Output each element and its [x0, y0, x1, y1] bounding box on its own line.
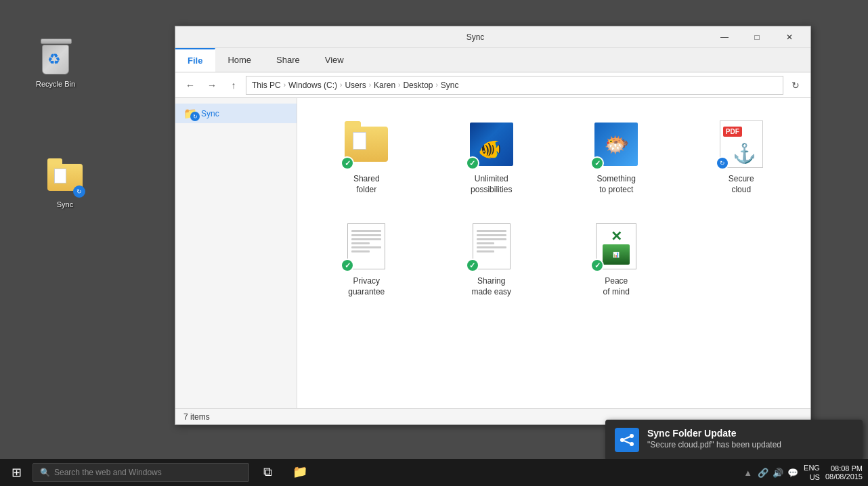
breadcrumb-sep-1: ›	[284, 81, 286, 89]
breadcrumb-drive: Windows (C:)	[288, 81, 337, 90]
taskbar-icons: 🔗 🔊 💬	[758, 468, 798, 478]
file-icon-unlimited: ✓	[464, 117, 519, 171]
list-item[interactable]: ✓ Sharingmade easy	[436, 214, 548, 303]
desktop: ♻ Recycle Bin ↻ Sync Sync — □ ✕	[0, 0, 868, 486]
nav-sync-label: Sync	[201, 109, 219, 118]
address-bar: ← → ↑ This PC › Windows (C:) › Users › K…	[175, 72, 810, 98]
main-area: 📁 ↻ Sync ✓ Sharedfolder	[175, 98, 810, 408]
taskbar-items: ⧉ 📁	[252, 459, 316, 486]
file-icon-excel: ✕ 📊 ✓	[589, 219, 643, 273]
nav-pane: 📁 ↻ Sync	[175, 98, 297, 408]
clock-time: 08:08 PM	[825, 464, 863, 472]
recycle-bin-icon[interactable]: ♻ Recycle Bin	[28, 39, 83, 91]
file-label: Securecloud	[729, 174, 754, 195]
file-icon-privacy: ✓	[339, 219, 393, 273]
notification-icon[interactable]: 💬	[787, 468, 798, 478]
breadcrumb-sep-3: ›	[369, 81, 371, 89]
item-count: 7 items	[183, 412, 210, 422]
ribbon: File Home Share View	[175, 48, 810, 72]
list-item[interactable]: PDF ⚓ ↻ Securecloud	[686, 112, 798, 200]
file-icon-sharing: ✓	[464, 219, 519, 273]
forward-button[interactable]: →	[202, 76, 221, 95]
breadcrumb-sep-4: ›	[398, 81, 400, 89]
list-item[interactable]: ✕ 📊 ✓ Peaceof mind	[561, 214, 672, 303]
taskbar: ⊞ 🔍 Search the web and Windows ⧉ 📁 ▲ 🔗 🔊…	[0, 459, 868, 486]
back-button[interactable]: ←	[181, 76, 200, 95]
clock-date: 08/08/2015	[825, 472, 863, 481]
taskbar-file-explorer[interactable]: 📁	[284, 459, 316, 486]
check-badge: ✓	[590, 156, 604, 170]
file-label: Sharedfolder	[353, 174, 380, 195]
toast-content: Sync Folder Update "Secure cloud.pdf" ha…	[647, 428, 781, 449]
breadcrumb-this-pc: This PC	[252, 81, 281, 90]
explorer-window: Sync — □ ✕ File Home Share View ← → ↑ Th…	[175, 26, 811, 425]
tab-view[interactable]: View	[313, 48, 357, 72]
close-button[interactable]: ✕	[774, 26, 805, 48]
breadcrumb-users: Users	[345, 81, 366, 90]
list-item[interactable]: ✓ Sharedfolder	[311, 112, 422, 200]
svg-line-4	[622, 440, 632, 444]
sync-folder-desktop-icon[interactable]: ↻ Sync	[38, 160, 92, 211]
nav-item-sync[interactable]: 📁 ↻ Sync	[175, 104, 297, 123]
taskbar-right: ▲ 🔗 🔊 💬 ENGUS 08:08 PM 08/08/2015	[743, 463, 868, 483]
file-icon-something: 🐡 ✓	[589, 117, 643, 171]
maximize-button[interactable]: □	[741, 26, 773, 48]
taskbar-clock: 08:08 PM 08/08/2015	[825, 464, 863, 481]
list-item[interactable]: ✓ Unlimitedpossibilities	[436, 112, 548, 200]
recycle-bin-image: ♻	[38, 42, 73, 77]
search-bar[interactable]: 🔍 Search the web and Windows	[32, 463, 249, 482]
taskbar-task-view[interactable]: ⧉	[252, 459, 283, 486]
breadcrumb-sep-2: ›	[340, 81, 342, 89]
sync-badge: ↻	[716, 156, 729, 170]
up-button[interactable]: ↑	[224, 76, 243, 95]
toast-body: "Secure cloud.pdf" has been updated	[647, 440, 781, 449]
start-button[interactable]: ⊞	[0, 459, 32, 486]
file-icon-shared-folder: ✓	[339, 117, 393, 171]
sync-folder-image: ↻	[47, 162, 83, 198]
check-badge: ✓	[341, 259, 354, 272]
tab-file[interactable]: File	[175, 48, 215, 72]
check-badge: ✓	[466, 156, 479, 170]
sync-badge: ↻	[190, 112, 200, 121]
minimize-button[interactable]: —	[709, 26, 740, 48]
notification-toast[interactable]: Sync Folder Update "Secure cloud.pdf" ha…	[605, 420, 863, 460]
recycle-bin-label: Recycle Bin	[36, 80, 75, 88]
window-title: Sync	[242, 32, 709, 42]
check-badge: ✓	[466, 259, 479, 272]
sync-label: Sync	[57, 200, 73, 208]
svg-line-3	[622, 436, 632, 440]
toast-title: Sync Folder Update	[647, 428, 781, 439]
search-placeholder: Search the web and Windows	[54, 468, 162, 477]
breadcrumb-karen: Karen	[374, 81, 395, 90]
taskbar-lang: ENGUS	[804, 463, 820, 483]
window-controls: — □ ✕	[709, 26, 805, 48]
toast-icon	[615, 428, 639, 452]
tab-share[interactable]: Share	[264, 48, 313, 72]
tab-home[interactable]: Home	[215, 48, 264, 72]
file-label: Somethingto protect	[597, 174, 636, 195]
list-item[interactable]: ✓ Privacyguarantee	[311, 214, 422, 303]
check-badge: ✓	[341, 156, 354, 170]
file-label: Sharingmade easy	[471, 276, 511, 297]
volume-icon[interactable]: 🔊	[773, 468, 783, 478]
file-label: Unlimitedpossibilities	[471, 174, 512, 195]
file-label: Peaceof mind	[603, 276, 630, 297]
file-icon-pdf: PDF ⚓ ↻	[714, 117, 768, 171]
network-icon[interactable]: 🔗	[758, 468, 768, 478]
title-bar: Sync — □ ✕	[175, 26, 810, 48]
list-item[interactable]: 🐡 ✓ Somethingto protect	[561, 112, 672, 200]
search-icon: 🔍	[40, 468, 50, 477]
chevron-up-icon[interactable]: ▲	[743, 468, 752, 478]
breadcrumb[interactable]: This PC › Windows (C:) › Users › Karen ›…	[246, 76, 783, 95]
breadcrumb-sep-5: ›	[435, 81, 437, 89]
content-area: ✓ Sharedfolder ✓ Unlimitedpossibilities …	[297, 98, 810, 408]
file-label: Privacyguarantee	[348, 276, 385, 297]
refresh-button[interactable]: ↻	[786, 76, 805, 95]
breadcrumb-sync: Sync	[441, 81, 459, 90]
check-badge: ✓	[590, 259, 604, 272]
breadcrumb-desktop: Desktop	[403, 81, 433, 90]
